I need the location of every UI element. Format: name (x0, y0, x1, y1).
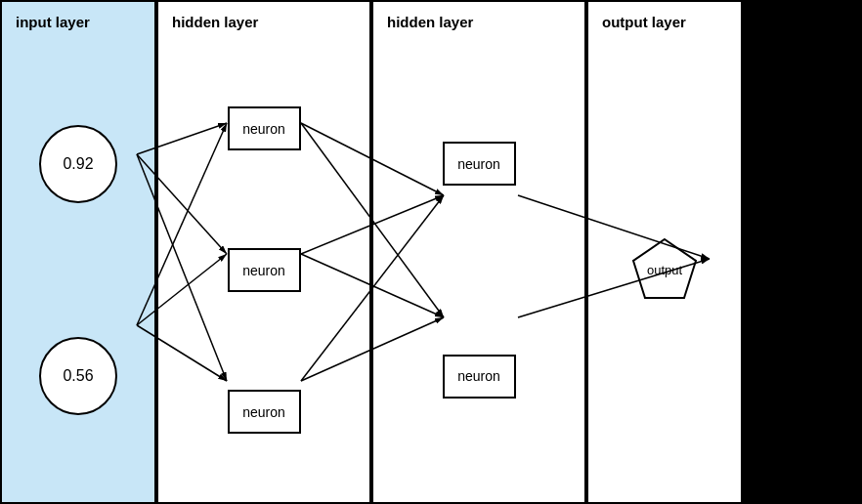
hidden-layer-2: hidden layer neuron neuron (371, 0, 586, 504)
input-nodes: 0.92 0.56 (2, 38, 154, 502)
hidden-1-nodes: neuron neuron neuron (158, 38, 369, 502)
hidden-2-neuron-2: neuron (443, 355, 516, 399)
output-layer-title: output layer (588, 2, 694, 38)
output-label: output (647, 263, 682, 277)
input-layer-title: input layer (2, 2, 98, 38)
input-node-2: 0.56 (39, 337, 117, 415)
output-node: output (625, 231, 704, 310)
hidden-layer-2-title: hidden layer (373, 2, 481, 38)
input-layer: input layer 0.92 0.56 (0, 0, 156, 504)
hidden-1-neuron-1: neuron (228, 106, 301, 150)
hidden-2-neuron-1: neuron (443, 142, 516, 186)
hidden-layer-1: hidden layer neuron neuron neuron (156, 0, 371, 504)
input-node-1: 0.92 (39, 125, 117, 203)
hidden-layer-1-title: hidden layer (158, 2, 266, 38)
output-layer: output layer output (586, 0, 743, 504)
hidden-2-nodes: neuron neuron (373, 38, 584, 502)
hidden-1-neuron-2: neuron (228, 248, 301, 292)
output-nodes: output (588, 38, 741, 502)
hidden-1-neuron-3: neuron (228, 390, 301, 434)
neural-network-diagram: input layer 0.92 0.56 hidden layer neuro… (0, 0, 862, 504)
